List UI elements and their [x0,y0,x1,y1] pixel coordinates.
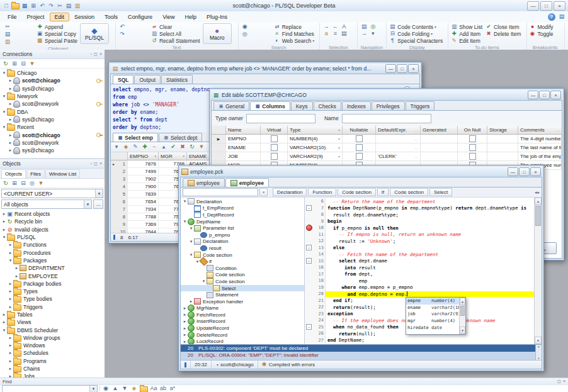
column-header[interactable]: Virtual [261,126,288,134]
expand-arrow-icon[interactable]: ▾ [1,328,7,333]
sql-window-tab[interactable]: Output [134,75,161,84]
connections-toolbar-icon[interactable]: ⊞ [11,60,18,67]
object-tree-item[interactable]: ▸ ▣ Recent objects [0,210,105,218]
grid-toolbar-icon[interactable]: ◈ [122,143,130,150]
object-tree-item[interactable]: ▾ Packages [0,257,105,264]
expand-arrow-icon[interactable]: ▾ [1,94,7,99]
grid-toolbar-icon[interactable]: ▾ [113,143,120,150]
object-tree-item[interactable]: ▸ Package bodies [0,280,105,288]
panel-close-icon[interactable]: × [563,379,565,384]
find-toolbar-icon[interactable]: Aa [150,385,157,392]
structure-tree-item[interactable]: ▸ Exception handler [181,298,304,305]
breadcrumb-button[interactable]: If [377,188,389,196]
object-tree-item[interactable]: ▸ Type bodies [0,295,105,303]
edit-table-tab[interactable]: ▦ Columns [250,101,290,110]
structure-tree-item[interactable]: result [181,245,304,252]
expand-arrow-icon[interactable]: ▸ [8,78,13,83]
structure-tree-item[interactable]: ▸ FetchRecord [181,311,304,318]
ribbon-grid-icon[interactable]: ◎ [368,23,377,30]
expand-arrow-icon[interactable]: ▾ [1,235,7,240]
expand-arrow-icon[interactable]: ▸ [8,296,13,301]
ribbon-grid-icon[interactable]: → [360,30,368,37]
expand-arrow-icon[interactable]: ▸ [182,339,188,344]
find-input[interactable]: ▼ [2,385,98,392]
objects-panel-tab[interactable]: Objects [1,169,26,178]
expand-arrow-icon[interactable]: ▸ [188,299,194,304]
connections-toolbar-icon[interactable]: ↻ [2,60,9,67]
expand-arrow-icon[interactable]: ▸ [182,319,188,324]
window-close-button[interactable]: × [550,91,561,99]
connection-tree-item[interactable]: ▸ sys@chicago [0,116,105,123]
virtual-checkbox[interactable] [271,144,278,151]
breadcrumb-button[interactable]: Code section [338,188,376,196]
object-tree-item[interactable]: ▸ DEPARTMENT [0,264,105,272]
ribbon-button[interactable]: ⇄ Replace [273,23,315,30]
expand-arrow-icon[interactable]: ▸ [14,266,20,271]
objects-panel-tab[interactable]: Window List [45,169,80,178]
expand-arrow-icon[interactable]: ▸ [182,326,188,331]
column-row[interactable]: ▶ EMPNO NUMBER(4) The 4-digit number of … [212,135,562,143]
clear-filter-icon[interactable]: × [259,188,268,196]
result-tab[interactable]: ▦Select dept [159,133,203,142]
connections-toolbar-icon[interactable]: ⊟ [20,60,27,67]
column-header[interactable]: Default/Expr. [376,126,421,134]
virtual-checkbox[interactable] [271,135,278,142]
sql-window-tab[interactable]: Statistics [161,75,193,84]
connection-tree-item[interactable]: ▾ Recent [0,123,105,131]
window-maximize-button[interactable]: □ [539,91,550,99]
ribbon-button[interactable]: ▩ Special Paste [36,37,77,44]
ribbon-button[interactable]: ↺ Recall Statement [151,37,200,44]
expand-arrow-icon[interactable]: ▸ [8,101,13,106]
grid-toolbar-icon[interactable]: ▴ [160,143,168,150]
find-toolbar-icon[interactable]: ◉ [102,385,110,392]
expand-arrow-icon[interactable]: ▾ [1,70,7,76]
result-tab[interactable]: ▦Select emp [113,133,158,142]
expand-arrow-icon[interactable]: ▸ [1,312,7,317]
objects-toolbar-icon[interactable]: ⊟ [20,180,27,187]
quick-access-icon[interactable]: ↷ [47,3,55,9]
ribbon-button[interactable]: ▥ Show List [450,23,482,30]
ribbon-button[interactable]: ● Modify [529,23,559,30]
on-null-checkbox[interactable] [469,135,476,142]
grid-toolbar-icon[interactable]: ✎ [132,143,139,150]
quick-access-icon[interactable] [11,3,20,9]
ribbon-grid-icon[interactable]: A [339,23,348,30]
ribbon-mini-icon[interactable]: ◉ [241,23,249,30]
window-minimize-button[interactable]: — [508,167,518,176]
structure-tree-item[interactable]: Select [181,285,304,292]
expand-arrow-icon[interactable]: ▾ [1,109,7,115]
edit-table-tab[interactable]: Indexes [342,101,371,110]
column-header[interactable]: Name [226,126,261,134]
object-tree-item[interactable]: ▸ Views [0,318,105,326]
expand-arrow-icon[interactable]: ▾ [188,252,194,257]
quick-access-icon[interactable]: ✂ [56,3,64,9]
expand-arrow-icon[interactable]: ▸ [8,289,13,294]
object-tree-item[interactable]: ▸ EMPLOYEE [0,272,105,279]
column-header[interactable]: EMPNO▾ [128,152,159,160]
connection-tree-item[interactable]: ▸ sys@chicago [0,85,105,92]
ribbon-button[interactable]: ⊟ Code Folding ▾ [389,30,443,37]
object-tree-item[interactable]: ▸ Types [0,288,105,295]
grid-toolbar-icon[interactable]: ✔ [169,143,177,150]
user-filter-select[interactable]: <CURRENT USER> ▼ [1,189,103,198]
quick-access-icon[interactable]: ▥ [74,3,81,9]
nullable-checkbox[interactable] [356,135,363,142]
expand-arrow-icon[interactable]: ▸ [182,306,188,311]
structure-tree-item[interactable]: Condition [181,265,304,272]
code-editor[interactable]: empno number(4) ename varchar2(10) [305,198,534,344]
ribbon-mini-icon[interactable]: ↶ [118,23,127,30]
fold-icon[interactable]: − [306,258,312,264]
fold-icon[interactable]: − [306,245,312,250]
expand-arrow-icon[interactable]: ▸ [8,359,13,364]
autocomplete-item[interactable]: mgr number(4) [406,318,459,325]
window-minimize-button[interactable]: — [385,64,396,73]
nullable-checkbox[interactable] [356,144,363,151]
ribbon-button[interactable]: ✖ Delete Item [485,30,521,37]
column-header[interactable]: On Null [458,126,487,134]
errors-scrollbar[interactable]: ▲▼ [535,345,542,360]
column-header[interactable]: Type [288,126,343,134]
menu-item[interactable]: Help [179,13,202,21]
column-header[interactable]: Storage [487,126,518,134]
expand-arrow-icon[interactable]: ▸ [8,343,13,348]
autocomplete-item[interactable]: hiredate date [406,324,459,331]
